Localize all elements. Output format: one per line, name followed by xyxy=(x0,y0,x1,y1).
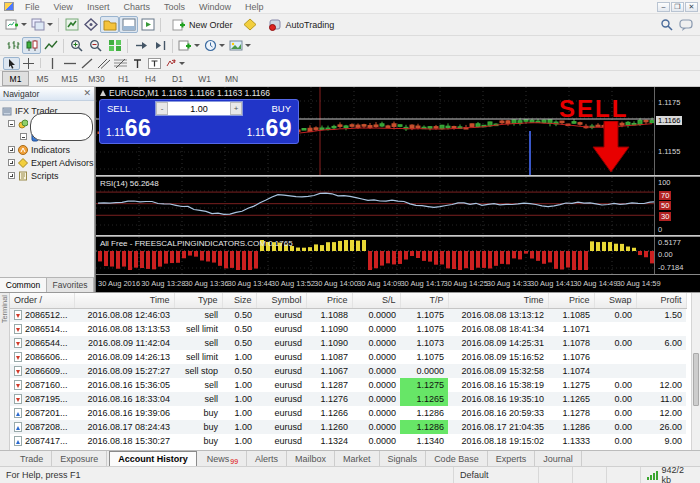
expand-icon[interactable] xyxy=(8,146,15,153)
column-header-price[interactable]: Price xyxy=(548,293,594,308)
tab-signals[interactable]: Signals xyxy=(380,451,427,466)
expand-icon[interactable] xyxy=(8,159,15,166)
column-header-type[interactable]: Type xyxy=(174,293,222,308)
tab-experts[interactable]: Experts xyxy=(488,451,536,466)
price-plot[interactable]: EURUSD,M1 1.1163 1.1166 1.1163 1.1166 SE… xyxy=(96,87,654,175)
histogram-plot[interactable]: All Free - FREESCALPINGINDICATORS.COM 0.… xyxy=(96,237,654,274)
lot-size-value[interactable]: 1.00 xyxy=(168,104,230,114)
indicators-button[interactable] xyxy=(176,37,202,54)
arrows-button[interactable] xyxy=(163,57,187,70)
timeframe-m1[interactable]: M1 xyxy=(2,71,29,86)
line-chart-button[interactable] xyxy=(41,37,60,54)
column-header-swap[interactable]: Swap xyxy=(594,293,636,308)
order-row[interactable]: 2087195...2016.08.16 18:33:04sell1.00eur… xyxy=(10,392,686,406)
column-header-profit[interactable]: Profit xyxy=(636,293,686,308)
order-row[interactable]: 2087160...2016.08.16 15:36:05sell1.00eur… xyxy=(10,378,686,392)
new-order-button[interactable]: New Order xyxy=(164,16,241,34)
menu-tools[interactable]: Tools xyxy=(157,2,192,12)
menu-insert[interactable]: Insert xyxy=(80,2,117,12)
column-header-size[interactable]: Size xyxy=(222,293,256,308)
nav-item-scripts[interactable]: Scripts xyxy=(0,169,94,182)
autotrading-button[interactable]: AutoTrading xyxy=(260,16,343,34)
nav-item-indicators[interactable]: Indicators xyxy=(0,143,94,156)
menu-help[interactable]: Help xyxy=(238,2,271,12)
crosshair-button[interactable] xyxy=(20,57,37,70)
order-row[interactable]: 2086514...2016.08.08 13:13:53sell limit0… xyxy=(10,322,686,336)
profiles-button[interactable] xyxy=(29,16,55,33)
minimize-button[interactable]: – xyxy=(657,2,670,12)
timeframe-h4[interactable]: H4 xyxy=(137,71,164,86)
menu-file[interactable]: File xyxy=(18,2,47,12)
order-row[interactable]: 2087201...2016.08.16 19:39:06buy1.00euru… xyxy=(10,406,686,420)
order-row[interactable]: 2087208...2016.08.17 08:24:43buy1.00euru… xyxy=(10,420,686,434)
timeframe-h1[interactable]: H1 xyxy=(110,71,137,86)
trendline-button[interactable] xyxy=(78,57,95,70)
status-profile[interactable]: Default xyxy=(454,467,539,483)
text-button[interactable] xyxy=(129,57,146,70)
templates-button[interactable] xyxy=(227,37,253,54)
tab-market[interactable]: Market xyxy=(335,451,380,466)
chart-shift-button[interactable] xyxy=(150,37,169,54)
buy-button[interactable]: 1.11 69 xyxy=(247,117,292,140)
chat-icon[interactable] xyxy=(679,19,693,31)
timeframe-mn[interactable]: MN xyxy=(218,71,245,86)
timeframe-m30[interactable]: M30 xyxy=(83,71,110,86)
tab-alerts[interactable]: Alerts xyxy=(247,451,287,466)
orders-table-header[interactable]: Order /TimeTypeSizeSymbolPriceS/LT/PTime… xyxy=(10,293,686,308)
column-header-order[interactable]: Order / xyxy=(10,293,74,308)
new-chart-button[interactable] xyxy=(3,16,29,33)
bar-chart-button[interactable] xyxy=(3,37,22,54)
column-header-time[interactable]: Time xyxy=(74,293,174,308)
tile-windows-button[interactable] xyxy=(105,37,124,54)
column-header-tp[interactable]: T/P xyxy=(400,293,448,308)
expand-icon[interactable] xyxy=(8,172,15,179)
column-header-price[interactable]: Price xyxy=(306,293,352,308)
data-window-button[interactable] xyxy=(81,16,100,33)
periods-button[interactable] xyxy=(202,37,227,54)
auto-scroll-button[interactable] xyxy=(131,37,150,54)
rsi-plot[interactable]: RSI(14) 56.2648 xyxy=(96,177,654,235)
menu-window[interactable]: Window xyxy=(192,2,238,12)
table-scrollbar[interactable] xyxy=(691,293,700,450)
navigator-button[interactable] xyxy=(100,16,119,33)
menu-charts[interactable]: Charts xyxy=(116,2,157,12)
timeframe-m5[interactable]: M5 xyxy=(29,71,56,86)
cursor-button[interactable] xyxy=(3,57,20,70)
search-icon[interactable] xyxy=(660,18,673,31)
order-row[interactable]: 2087417...2016.08.18 15:30:27buy1.00euru… xyxy=(10,434,686,448)
column-header-symbol[interactable]: Symbol xyxy=(256,293,306,308)
restore-button[interactable]: ❐ xyxy=(671,2,684,12)
strategy-tester-button[interactable] xyxy=(138,16,157,33)
nav-tab-common[interactable]: Common xyxy=(0,278,47,292)
terminal-button[interactable] xyxy=(119,16,138,33)
vertical-line-button[interactable] xyxy=(44,57,61,70)
lot-increment-button[interactable]: + xyxy=(230,102,242,115)
tab-news[interactable]: News99 xyxy=(199,451,247,466)
tab-journal[interactable]: Journal xyxy=(535,451,582,466)
zoom-out-button[interactable] xyxy=(86,37,105,54)
order-row[interactable]: 2086609...2016.08.09 15:27:27sell stop0.… xyxy=(10,364,686,378)
candlestick-button[interactable] xyxy=(22,37,41,54)
column-header-sl[interactable]: S/L xyxy=(352,293,400,308)
close-icon[interactable]: ✕ xyxy=(83,89,91,98)
order-row[interactable]: 2086544...2016.08.09 11:42:04sell0.50eur… xyxy=(10,336,686,350)
sell-button[interactable]: 1.11 66 xyxy=(106,117,151,140)
nav-item-expert-advisors[interactable]: Expert Advisors xyxy=(0,156,94,169)
fibonacci-button[interactable] xyxy=(112,57,129,70)
tab-mailbox[interactable]: Mailbox xyxy=(287,451,335,466)
zoom-in-button[interactable] xyxy=(67,37,86,54)
tab-trade[interactable]: Trade xyxy=(12,451,52,466)
tab-exposure[interactable]: Exposure xyxy=(52,451,107,466)
nav-tab-favorites[interactable]: Favorites xyxy=(47,278,94,292)
equidistant-channel-button[interactable] xyxy=(95,57,112,70)
lot-decrement-button[interactable]: - xyxy=(156,102,168,115)
market-watch-button[interactable] xyxy=(62,16,81,33)
column-header-time[interactable]: Time xyxy=(448,293,548,308)
timeframe-m15[interactable]: M15 xyxy=(56,71,83,86)
menu-view[interactable]: View xyxy=(47,2,80,12)
text-label-button[interactable] xyxy=(146,57,163,70)
order-row[interactable]: 2086606...2016.08.09 14:26:13sell limit1… xyxy=(10,350,686,364)
tab-account-history[interactable]: Account History xyxy=(109,451,197,466)
order-row[interactable]: 2086512...2016.08.08 12:46:03sell0.50eur… xyxy=(10,308,686,322)
metaeditor-button[interactable] xyxy=(241,16,260,33)
